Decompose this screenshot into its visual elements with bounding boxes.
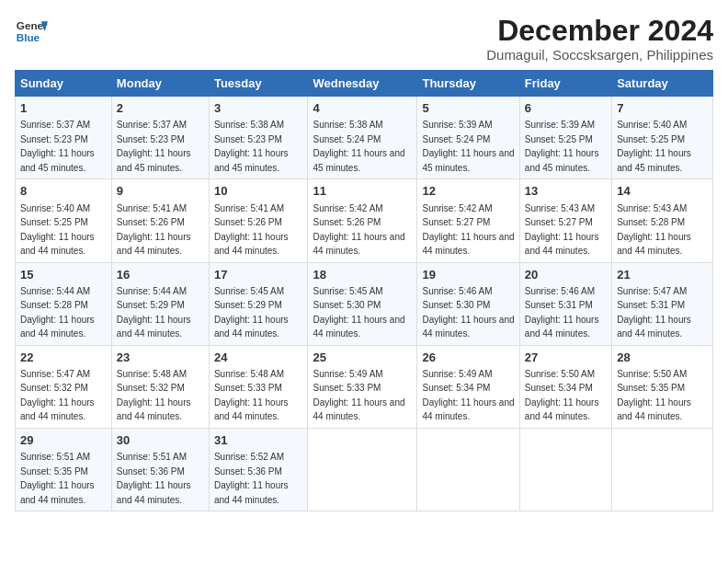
calendar-cell: 2Sunrise: 5:37 AMSunset: 5:23 PMDaylight… [111,97,209,179]
cell-info: Sunrise: 5:40 AMSunset: 5:25 PMDaylight:… [20,203,95,257]
calendar-week-row: 1Sunrise: 5:37 AMSunset: 5:23 PMDaylight… [16,97,713,179]
calendar-cell: 16Sunrise: 5:44 AMSunset: 5:29 PMDayligh… [111,262,209,345]
cell-info: Sunrise: 5:43 AMSunset: 5:28 PMDaylight:… [617,203,691,257]
cell-info: Sunrise: 5:42 AMSunset: 5:26 PMDaylight:… [313,203,404,257]
calendar-week-row: 15Sunrise: 5:44 AMSunset: 5:28 PMDayligh… [16,262,713,345]
cell-info: Sunrise: 5:39 AMSunset: 5:25 PMDaylight:… [525,120,599,173]
column-header-thursday: Thursday [417,71,519,97]
day-number: 24 [214,350,303,366]
cell-info: Sunrise: 5:51 AMSunset: 5:36 PMDaylight:… [117,452,191,505]
calendar-cell: 30Sunrise: 5:51 AMSunset: 5:36 PMDayligh… [111,428,209,511]
calendar-week-row: 29Sunrise: 5:51 AMSunset: 5:35 PMDayligh… [16,428,713,511]
cell-info: Sunrise: 5:50 AMSunset: 5:34 PMDaylight:… [525,369,599,422]
calendar-week-row: 8Sunrise: 5:40 AMSunset: 5:25 PMDaylight… [16,179,713,262]
day-number: 29 [20,432,107,449]
day-number: 5 [422,100,514,117]
cell-info: Sunrise: 5:49 AMSunset: 5:34 PMDaylight:… [422,369,514,422]
column-header-tuesday: Tuesday [209,71,308,97]
calendar-cell: 3Sunrise: 5:38 AMSunset: 5:23 PMDaylight… [209,97,308,179]
day-number: 17 [214,267,303,283]
day-number: 6 [525,100,607,117]
day-number: 28 [617,350,708,366]
day-number: 25 [313,350,412,366]
cell-info: Sunrise: 5:51 AMSunset: 5:35 PMDaylight:… [20,452,95,505]
calendar-cell [308,428,417,511]
calendar-cell: 27Sunrise: 5:50 AMSunset: 5:34 PMDayligh… [519,345,611,428]
column-header-wednesday: Wednesday [308,71,417,97]
cell-info: Sunrise: 5:37 AMSunset: 5:23 PMDaylight:… [20,120,95,173]
cell-info: Sunrise: 5:48 AMSunset: 5:32 PMDaylight:… [117,369,191,422]
cell-info: Sunrise: 5:46 AMSunset: 5:30 PMDaylight:… [422,286,514,339]
calendar-cell: 19Sunrise: 5:46 AMSunset: 5:30 PMDayligh… [417,262,519,345]
day-number: 1 [20,100,107,117]
day-number: 15 [20,267,107,283]
day-number: 12 [422,183,514,200]
logo: General Blue [15,15,48,48]
day-number: 8 [20,183,107,200]
calendar-cell: 21Sunrise: 5:47 AMSunset: 5:31 PMDayligh… [612,262,713,345]
day-number: 26 [422,350,514,366]
day-number: 18 [313,267,412,283]
main-title: December 2024 [486,15,713,47]
cell-info: Sunrise: 5:45 AMSunset: 5:30 PMDaylight:… [313,286,404,339]
day-number: 9 [117,183,204,200]
cell-info: Sunrise: 5:38 AMSunset: 5:23 PMDaylight:… [214,120,289,173]
calendar-cell: 4Sunrise: 5:38 AMSunset: 5:24 PMDaylight… [308,97,417,179]
cell-info: Sunrise: 5:49 AMSunset: 5:33 PMDaylight:… [313,369,404,422]
calendar-cell: 18Sunrise: 5:45 AMSunset: 5:30 PMDayligh… [308,262,417,345]
day-number: 14 [617,183,708,200]
calendar-cell [612,428,713,511]
day-number: 27 [525,350,607,366]
day-number: 11 [313,183,412,200]
day-number: 20 [525,267,607,283]
day-number: 3 [214,100,303,117]
logo-icon: General Blue [15,15,48,48]
calendar-cell: 22Sunrise: 5:47 AMSunset: 5:32 PMDayligh… [16,345,112,428]
cell-info: Sunrise: 5:43 AMSunset: 5:27 PMDaylight:… [525,203,599,257]
calendar-cell: 11Sunrise: 5:42 AMSunset: 5:26 PMDayligh… [308,179,417,262]
cell-info: Sunrise: 5:47 AMSunset: 5:31 PMDaylight:… [617,286,691,339]
calendar-cell: 28Sunrise: 5:50 AMSunset: 5:35 PMDayligh… [612,345,713,428]
calendar-cell: 24Sunrise: 5:48 AMSunset: 5:33 PMDayligh… [209,345,308,428]
calendar-cell: 10Sunrise: 5:41 AMSunset: 5:26 PMDayligh… [209,179,308,262]
cell-info: Sunrise: 5:52 AMSunset: 5:36 PMDaylight:… [214,452,289,505]
cell-info: Sunrise: 5:48 AMSunset: 5:33 PMDaylight:… [214,369,289,422]
calendar-cell: 8Sunrise: 5:40 AMSunset: 5:25 PMDaylight… [16,179,112,262]
cell-info: Sunrise: 5:47 AMSunset: 5:32 PMDaylight:… [20,369,95,422]
cell-info: Sunrise: 5:38 AMSunset: 5:24 PMDaylight:… [313,120,404,173]
calendar-cell [519,428,611,511]
day-number: 30 [117,432,204,449]
day-number: 31 [214,432,303,449]
day-number: 22 [20,350,107,366]
cell-info: Sunrise: 5:41 AMSunset: 5:26 PMDaylight:… [117,203,191,257]
cell-info: Sunrise: 5:44 AMSunset: 5:29 PMDaylight:… [117,286,191,339]
calendar-cell: 7Sunrise: 5:40 AMSunset: 5:25 PMDaylight… [612,97,713,179]
day-number: 23 [117,350,204,366]
cell-info: Sunrise: 5:45 AMSunset: 5:29 PMDaylight:… [214,286,289,339]
day-number: 19 [422,267,514,283]
day-number: 2 [117,100,204,117]
column-header-sunday: Sunday [16,71,112,97]
column-header-monday: Monday [111,71,209,97]
calendar-cell: 9Sunrise: 5:41 AMSunset: 5:26 PMDaylight… [111,179,209,262]
calendar-cell: 17Sunrise: 5:45 AMSunset: 5:29 PMDayligh… [209,262,308,345]
calendar-cell: 14Sunrise: 5:43 AMSunset: 5:28 PMDayligh… [612,179,713,262]
title-area: December 2024 Dumaguil, Soccsksargen, Ph… [486,15,713,63]
svg-text:Blue: Blue [17,31,40,43]
calendar-cell: 23Sunrise: 5:48 AMSunset: 5:32 PMDayligh… [111,345,209,428]
cell-info: Sunrise: 5:44 AMSunset: 5:28 PMDaylight:… [20,286,95,339]
day-number: 13 [525,183,607,200]
day-number: 10 [214,183,303,200]
calendar-header-row: SundayMondayTuesdayWednesdayThursdayFrid… [16,71,713,97]
cell-info: Sunrise: 5:42 AMSunset: 5:27 PMDaylight:… [422,203,514,257]
cell-info: Sunrise: 5:50 AMSunset: 5:35 PMDaylight:… [617,369,691,422]
calendar-cell: 25Sunrise: 5:49 AMSunset: 5:33 PMDayligh… [308,345,417,428]
calendar-cell: 6Sunrise: 5:39 AMSunset: 5:25 PMDaylight… [519,97,611,179]
cell-info: Sunrise: 5:46 AMSunset: 5:31 PMDaylight:… [525,286,599,339]
day-number: 21 [617,267,708,283]
calendar-cell: 1Sunrise: 5:37 AMSunset: 5:23 PMDaylight… [16,97,112,179]
calendar-cell: 15Sunrise: 5:44 AMSunset: 5:28 PMDayligh… [16,262,112,345]
calendar-cell: 5Sunrise: 5:39 AMSunset: 5:24 PMDaylight… [417,97,519,179]
day-number: 16 [117,267,204,283]
column-header-saturday: Saturday [612,71,713,97]
